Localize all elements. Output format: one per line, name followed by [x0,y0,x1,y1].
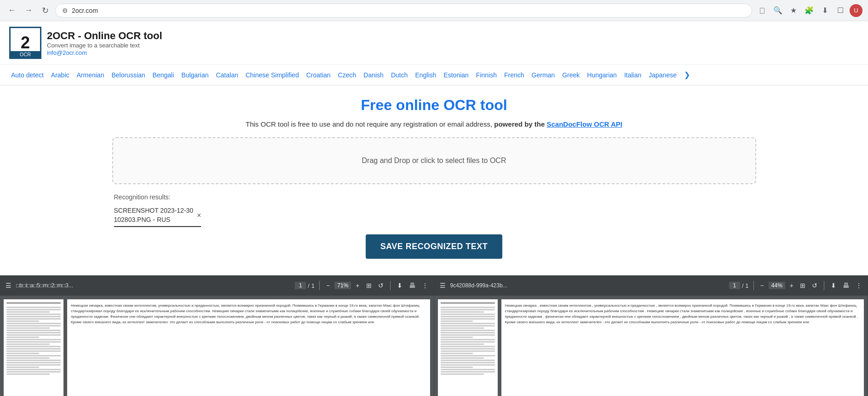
lang-japanese[interactable]: Japanese [645,70,680,81]
drop-zone[interactable]: Drag and Drop or click to select files t… [112,137,756,184]
tab-button[interactable]: ☐ [834,4,847,17]
lang-arabic[interactable]: Arabic [47,70,73,81]
lang-english[interactable]: English [411,70,440,81]
pdf-page-total-1: 1 [311,282,315,289]
pdf-page-preview-2: Немецкая овчарка , известная своим интел… [501,299,864,396]
pdf-print-icon-1[interactable]: 🖶 [407,281,417,290]
lang-estonian[interactable]: Estonian [440,70,472,81]
pdf-print-icon-2[interactable]: 🖶 [841,281,851,290]
pdf-more-icon-1[interactable]: ⋮ [420,281,430,290]
pdf-rotate-icon-1[interactable]: ↺ [376,281,385,290]
lang-nav-more-icon[interactable]: ❯ [680,69,694,81]
logo-number: 2 [21,35,30,51]
pdf-page-current-2: 1 [729,282,740,289]
pdf-download-icon-1[interactable]: ⬇ [395,281,404,290]
lang-bulgarian[interactable]: Bulgarian [178,70,212,81]
lang-dutch[interactable]: Dutch [387,70,412,81]
lang-french[interactable]: French [500,70,528,81]
pdf-filename-1: □b□i□a□5□m□2□m□3... [16,282,292,289]
extensions-button[interactable]: 🧩 [803,4,816,17]
cast-button[interactable]: ⎕ [756,4,769,17]
main-content: Free online OCR tool This OCR tool is fr… [0,86,868,275]
back-button[interactable]: ← [6,4,18,17]
lang-chinese-simplified[interactable]: Chinese Simplified [242,70,303,81]
file-chip-text: SCREENSHOT 2023-12-30 102803.PNG - RUS [114,206,193,224]
pdf-viewer-2: ☰ 9c42088d-999a-423b... 1 / 1 − 44% + ⊞ … [434,275,868,396]
pdf-zoom-plus-2[interactable]: + [788,281,795,290]
desc-prefix: This OCR tool is free to use and do not … [246,120,494,128]
profile-button[interactable]: U [850,4,862,17]
zoom-button[interactable]: 🔍 [771,4,784,17]
pdf-thumbnail-2 [438,299,498,396]
pdf-download-icon-2[interactable]: ⬇ [829,281,838,290]
pdf-filename-2: 9c42088d-999a-423b... [450,282,726,289]
save-recognized-text-button[interactable]: SAVE RECOGNIZED TEXT [366,234,503,259]
pdf-content-1: Немецкая овчарка, известная своим интелл… [0,296,434,396]
pdf-page-preview-1: Немецкая овчарка, известная своим интелл… [67,299,430,396]
lang-bengali[interactable]: Bengali [149,70,178,81]
pdf-zoom-plus-1[interactable]: + [354,281,361,290]
app-title: 2OCR - Online OCR tool [47,30,162,42]
lang-danish[interactable]: Danish [360,70,387,81]
download-browser-button[interactable]: ⬇ [818,4,831,17]
lang-hungarian[interactable]: Hungarian [583,70,621,81]
logo-text: 2OCR - Online OCR tool Convert image to … [47,30,162,56]
browser-actions: ⎕ 🔍 ★ 🧩 ⬇ ☐ U [756,4,862,17]
refresh-button[interactable]: ↻ [39,4,52,17]
lang-croatian[interactable]: Croatian [303,70,334,81]
save-btn-container: SAVE RECOGNIZED TEXT [9,234,859,259]
close-icon[interactable]: × [197,211,201,220]
pdf-toolbar-1: ☰ □b□i□a□5□m□2□m□3... 1 / 1 − 71% + ⊞ ↺ … [0,275,434,296]
page-header: 2 OCR 2OCR - Online OCR tool Convert ima… [0,21,868,65]
lang-german[interactable]: German [528,70,559,81]
pdf-zoom-minus-1[interactable]: − [324,281,332,290]
language-nav: Auto detect Arabic Armenian Belorussian … [0,65,868,86]
scandocflow-link[interactable]: ScanDocFlow OCR API [546,120,622,128]
pdf-page-sep-2: / [742,282,744,289]
lang-czech[interactable]: Czech [334,70,360,81]
lang-catalan[interactable]: Catalan [212,70,241,81]
lang-greek[interactable]: Greek [558,70,583,81]
lang-finnish[interactable]: Finnish [472,70,500,81]
pdf-fit-icon-2[interactable]: ⊞ [798,281,807,290]
lang-belorussian[interactable]: Belorussian [108,70,149,81]
lang-italian[interactable]: Italian [621,70,645,81]
pdf-content-2: Немецкая овчарка , известная своим интел… [434,296,868,396]
main-description: This OCR tool is free to use and do not … [9,120,859,128]
pdf-fit-icon-1[interactable]: ⊞ [364,281,374,290]
pdf-page-info-1: 1 / 1 [295,282,315,289]
pdf-viewer-1: ☰ □b□i□a□5□m□2□m□3... 1 / 1 − 71% + ⊞ ↺ … [0,275,434,396]
lang-auto-detect[interactable]: Auto detect [7,70,47,81]
logo-ocr-text: OCR [11,51,40,58]
main-title: Free online OCR tool [9,97,859,114]
pdf-menu-icon-2[interactable]: ☰ [438,281,448,290]
logo-container: 2 OCR 2OCR - Online OCR tool Convert ima… [9,27,162,59]
pdf-zoom-level-1: 71% [334,282,351,289]
pdf-more-icon-2[interactable]: ⋮ [854,281,864,290]
pdf-preview-text-1: Немецкая овчарка, известная своим интелл… [71,303,420,324]
drop-zone-text: Drag and Drop or click to select files t… [362,157,506,164]
bookmark-button[interactable]: ★ [787,4,800,17]
pdf-zoom-level-2: 44% [769,282,785,289]
pdf-page-total-2: 1 [745,282,748,289]
address-bar[interactable]: ⚙ 2ocr.com [55,4,752,17]
url-text: 2ocr.com [72,7,98,14]
pdf-thumbnail-1 [4,299,63,396]
pdf-page-current-1: 1 [295,282,306,289]
pdf-toolbar-2: ☰ 9c42088d-999a-423b... 1 / 1 − 44% + ⊞ … [434,275,868,296]
lang-armenian[interactable]: Armenian [73,70,108,81]
pdf-menu-icon-1[interactable]: ☰ [4,281,13,290]
security-icon: ⚙ [62,7,68,14]
recognition-section: Recognition results: SCREENSHOT 2023-12-… [112,193,756,227]
pdf-viewers: ☰ □b□i□a□5□m□2□m□3... 1 / 1 − 71% + ⊞ ↺ … [0,275,868,396]
app-email-link[interactable]: info@2ocr.com [47,49,87,56]
filename-line1: SCREENSHOT 2023-12-30 [114,206,193,215]
pdf-zoom-minus-2[interactable]: − [759,281,766,290]
pdf-preview-text-2: Немецкая овчарка , известная своим интел… [505,303,858,324]
forward-button[interactable]: → [22,4,35,17]
filename-line2: 102803.PNG - RUS [114,215,193,225]
pdf-rotate-icon-2[interactable]: ↺ [810,281,819,290]
file-chip: SCREENSHOT 2023-12-30 102803.PNG - RUS × [114,204,201,227]
recognition-label: Recognition results: [114,193,754,201]
browser-chrome: ← → ↻ ⚙ 2ocr.com ⎕ 🔍 ★ 🧩 ⬇ ☐ U [0,0,868,21]
